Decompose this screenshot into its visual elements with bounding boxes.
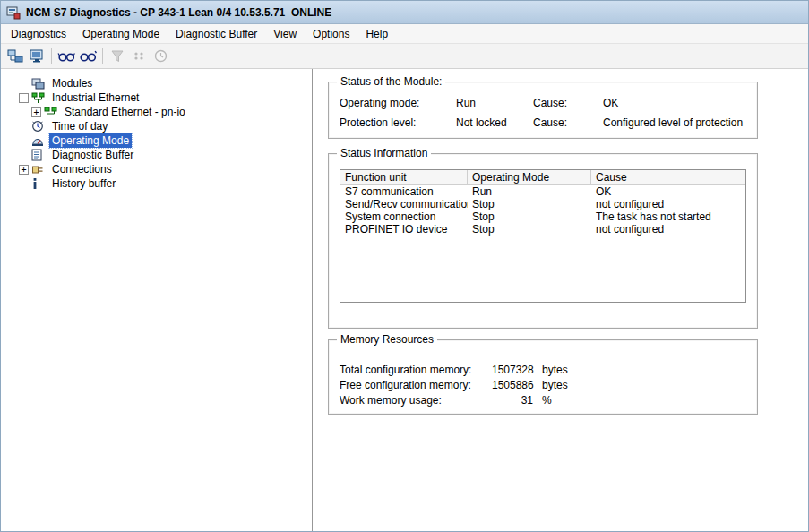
standard-ethernet-icon (44, 106, 58, 118)
tree-item-label: Operating Mode (49, 133, 132, 148)
column-header-cause[interactable]: Cause (591, 170, 745, 185)
work-memory-usage-value: 31 (492, 394, 533, 407)
tree-item-diagnostic-buffer[interactable]: Diagnostic Buffer (1, 148, 312, 162)
collapse-toggle-icon[interactable]: - (19, 93, 29, 103)
expand-toggle-icon[interactable]: + (19, 165, 29, 175)
total-config-memory-unit: bytes (533, 364, 746, 376)
cell-function-unit: S7 communication (340, 185, 468, 198)
protection-level-label: Protection level: (340, 116, 456, 129)
toolbar-separator (102, 48, 103, 64)
groupbox-legend: Status of the Module: (337, 75, 445, 88)
tree-item-label: History buffer (49, 176, 118, 191)
tree-item-label: Industrial Ethernet (49, 90, 142, 105)
cause-label: Cause: (533, 97, 603, 109)
cause-label: Cause: (533, 116, 603, 129)
detail-panel: Status of the Module: Operating mode: Ru… (315, 69, 808, 531)
history-buffer-icon (31, 177, 46, 190)
module-monitor-icon[interactable] (26, 47, 47, 66)
cell-operating-mode: Stop (468, 210, 591, 223)
main-area: Modules - Industrial Ethernet + (1, 69, 808, 531)
table-row[interactable]: S7 communication Run OK (340, 185, 745, 198)
groupbox-legend: Memory Resources (337, 333, 437, 346)
tree-item-modules[interactable]: Modules (1, 76, 312, 90)
module-network-icon[interactable] (4, 47, 26, 66)
free-config-memory-value: 1505886 (492, 379, 533, 391)
cell-cause: not configured (591, 198, 745, 210)
memory-resources-groupbox: Memory Resources Total configuration mem… (328, 339, 758, 415)
cell-function-unit: PROFINET IO device (340, 223, 468, 236)
filter-icon[interactable] (107, 47, 128, 66)
cause-value: OK (603, 97, 746, 109)
tree-item-standard-ethernet[interactable]: + Standard Ethernet - pn-io (1, 105, 312, 119)
status-information-groupbox: Status Information Function unit Operati… (328, 153, 758, 329)
cause-value: Configured level of protection (603, 116, 746, 129)
tree-item-label: Connections (49, 162, 115, 176)
cell-function-unit: System connection (340, 210, 468, 223)
industrial-ethernet-icon (31, 91, 46, 104)
tree-item-industrial-ethernet[interactable]: - Industrial Ethernet (1, 90, 312, 105)
operating-mode-value: Run (456, 97, 533, 109)
modules-icon (31, 77, 46, 90)
tree-item-time-of-day[interactable]: Time of day (1, 119, 312, 133)
menu-help[interactable]: Help (357, 25, 396, 43)
tree-item-history-buffer[interactable]: History buffer (1, 176, 312, 191)
table-row[interactable]: System connection Stop The task has not … (340, 210, 745, 223)
tree-item-label: Diagnostic Buffer (49, 148, 136, 162)
expand-toggle-icon[interactable]: + (31, 107, 41, 117)
memory-dots-icon[interactable] (128, 47, 150, 66)
menu-diagnostics[interactable]: Diagnostics (3, 25, 74, 43)
cell-cause: OK (591, 185, 745, 198)
menu-bar: Diagnostics Operating Mode Diagnostic Bu… (1, 24, 808, 44)
tree-item-label: Modules (49, 76, 95, 90)
connections-icon (31, 163, 46, 176)
glasses-tick-icon[interactable] (77, 47, 99, 66)
work-memory-usage-unit: % (533, 394, 746, 407)
app-window: NCM S7 Diagnostics - CP 343-1 Lean 0/4 1… (0, 0, 809, 532)
column-header-function-unit[interactable]: Function unit (340, 170, 468, 185)
table-row[interactable]: Send/Recv communication Stop not configu… (340, 198, 745, 210)
groupbox-legend: Status Information (337, 147, 431, 159)
cell-cause: not configured (591, 223, 745, 236)
free-config-memory-label: Free configuration memory: (340, 379, 492, 391)
total-config-memory-label: Total configuration memory: (340, 364, 492, 376)
free-config-memory-unit: bytes (533, 379, 746, 391)
glasses-icon[interactable] (56, 47, 77, 66)
cell-cause: The task has not started (591, 210, 745, 223)
time-of-day-icon (31, 120, 46, 133)
tree-item-connections[interactable]: + Connections (1, 162, 312, 176)
status-module-grid: Operating mode: Run Cause: OK Protection… (340, 82, 746, 129)
status-of-module-groupbox: Status of the Module: Operating mode: Ru… (328, 82, 758, 139)
tree-item-operating-mode[interactable]: Operating Mode (1, 133, 312, 148)
total-config-memory-value: 1507328 (492, 364, 533, 376)
status-information-table: Function unit Operating Mode Cause S7 co… (340, 169, 746, 303)
table-row[interactable]: PROFINET IO device Stop not configured (340, 223, 745, 236)
table-header-row: Function unit Operating Mode Cause (340, 170, 745, 185)
diagnostic-buffer-icon (31, 149, 46, 161)
tree-item-label: Standard Ethernet - pn-io (62, 105, 188, 119)
operating-mode-label: Operating mode: (340, 97, 456, 109)
cell-operating-mode: Run (468, 185, 591, 198)
tree-item-label: Time of day (49, 119, 110, 133)
app-icon[interactable] (6, 5, 21, 20)
navigation-tree: Modules - Industrial Ethernet + (1, 69, 312, 531)
toolbar-separator (51, 48, 52, 64)
menu-operating-mode[interactable]: Operating Mode (74, 25, 168, 43)
window-title: NCM S7 Diagnostics - CP 343-1 Lean 0/4 1… (26, 6, 331, 19)
cell-operating-mode: Stop (468, 223, 591, 236)
cell-operating-mode: Stop (468, 198, 591, 210)
menu-options[interactable]: Options (305, 25, 357, 43)
toolbar (1, 44, 808, 69)
menu-view[interactable]: View (265, 25, 305, 43)
clock-icon[interactable] (150, 47, 171, 66)
menu-diagnostic-buffer[interactable]: Diagnostic Buffer (168, 25, 265, 43)
cell-function-unit: Send/Recv communication (340, 198, 468, 210)
operating-mode-icon (31, 134, 46, 147)
protection-level-value: Not locked (456, 116, 533, 129)
memory-resources-grid: Total configuration memory: 1507328 byte… (340, 340, 746, 407)
title-bar[interactable]: NCM S7 Diagnostics - CP 343-1 Lean 0/4 1… (1, 1, 808, 24)
work-memory-usage-label: Work memory usage: (340, 394, 492, 407)
column-header-operating-mode[interactable]: Operating Mode (468, 170, 591, 185)
